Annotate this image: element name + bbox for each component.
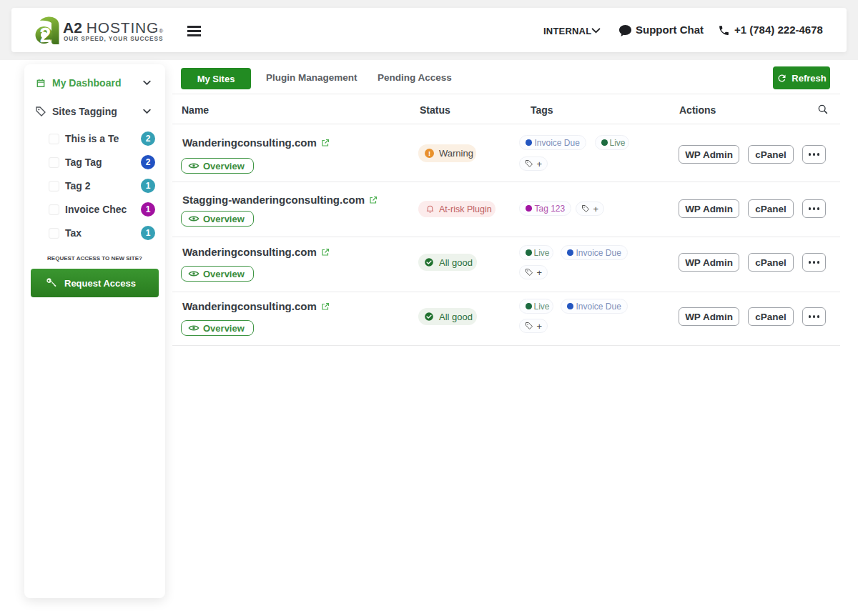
- svg-text:2: 2: [39, 24, 51, 44]
